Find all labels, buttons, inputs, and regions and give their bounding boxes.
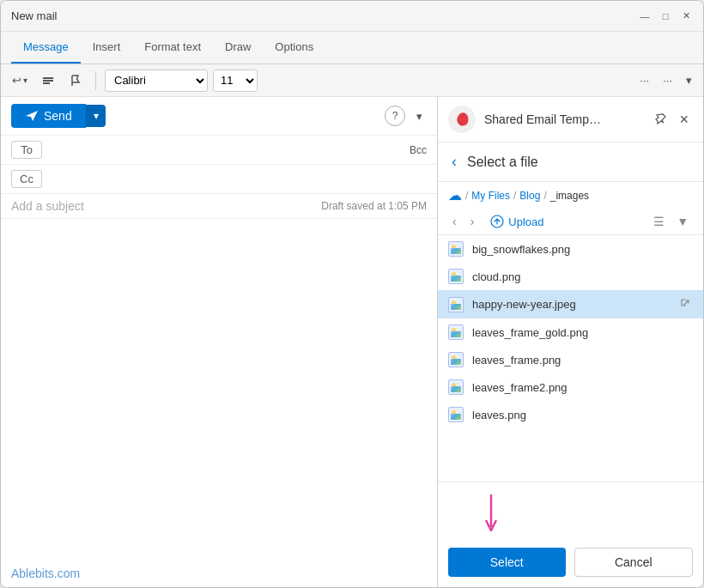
maximize-button[interactable]: □: [658, 9, 672, 23]
more-options-2[interactable]: ···: [658, 71, 677, 89]
help-button[interactable]: ?: [385, 106, 405, 126]
tab-bar: Message Insert Format text Draw Options: [1, 32, 703, 64]
tab-options[interactable]: Options: [263, 32, 325, 64]
to-field: To Bcc: [1, 136, 437, 165]
subject-placeholder: Add a subject: [11, 199, 84, 213]
draft-saved: Draft saved at 1:05 PM: [321, 200, 427, 212]
file-icon: [448, 379, 464, 395]
main-content: Send ▾ ? ▾ To Bcc Cc: [1, 97, 703, 587]
bcc-link[interactable]: Bcc: [410, 144, 427, 156]
file-name: cloud.png: [472, 270, 693, 283]
to-label: To: [11, 141, 42, 159]
file-item[interactable]: leaves_frame2.png: [438, 373, 703, 401]
file-icon: [448, 407, 464, 422]
file-name: leaves_frame.png: [472, 354, 693, 367]
svg-rect-0: [43, 77, 53, 79]
file-icon: [448, 241, 464, 257]
file-name: happy-new-year.jpeg: [472, 298, 671, 311]
file-list: big_snowflakes.png cloud.png happy-new-y…: [438, 235, 703, 482]
send-toolbar: Send ▾ ? ▾: [1, 97, 437, 136]
panel-footer: Select Cancel: [438, 482, 703, 587]
ablebits-branding: Ablebits.com: [1, 560, 437, 587]
title-bar: New mail — □ ✕: [1, 1, 703, 32]
file-icon: [448, 297, 464, 312]
panel-header-buttons: ✕: [652, 111, 693, 129]
nav-bar: ‹ › Upload ☰ ▼: [438, 209, 703, 235]
select-file-title: Select a file: [467, 155, 538, 170]
tab-insert[interactable]: Insert: [81, 32, 133, 64]
more-options-1[interactable]: ···: [635, 71, 653, 89]
file-item[interactable]: big_snowflakes.png: [438, 235, 703, 263]
panel-header: Shared Email Temp… ✕: [438, 97, 703, 142]
send-toolbar-right: ? ▾: [385, 106, 427, 126]
nav-bar-right: ☰ ▼: [649, 212, 693, 231]
cc-field: Cc: [1, 165, 437, 194]
file-name: leaves.png: [472, 409, 693, 421]
cloud-icon: ☁: [448, 187, 462, 203]
cc-input[interactable]: [42, 173, 427, 185]
send-button[interactable]: Send: [11, 104, 86, 128]
file-name: big_snowflakes.png: [472, 243, 693, 256]
breadcrumb-my-files[interactable]: My Files: [471, 190, 510, 202]
svg-rect-1: [43, 80, 53, 82]
compose-area: Send ▾ ? ▾ To Bcc Cc: [1, 97, 437, 587]
flag-button[interactable]: [64, 71, 87, 90]
window-title: New mail: [11, 9, 57, 22]
pink-arrow-icon: [482, 493, 500, 539]
file-name: leaves_frame2.png: [472, 381, 693, 394]
file-item[interactable]: leaves.png: [438, 401, 703, 428]
main-window: New mail — □ ✕ Message Insert Format tex…: [0, 0, 704, 588]
upload-label: Upload: [508, 215, 543, 228]
close-button[interactable]: ✕: [679, 9, 693, 23]
file-item-selected[interactable]: happy-new-year.jpeg: [438, 290, 703, 318]
nav-back-button[interactable]: ‹: [448, 212, 461, 231]
collapse-button[interactable]: ▾: [682, 71, 696, 89]
file-link-icon: [679, 296, 693, 312]
tab-message[interactable]: Message: [11, 32, 81, 64]
nav-forward-button[interactable]: ›: [466, 212, 479, 231]
breadcrumb-blog[interactable]: Blog: [519, 190, 540, 202]
font-family-select[interactable]: Calibri Arial Times New Roman: [105, 70, 208, 92]
select-file-button[interactable]: Select: [448, 548, 566, 577]
cancel-button[interactable]: Cancel: [574, 548, 694, 577]
view-options-button[interactable]: ▼: [672, 212, 693, 231]
tab-draw[interactable]: Draw: [213, 32, 263, 64]
file-icon: [448, 352, 464, 367]
breadcrumb-images: _images: [550, 190, 589, 202]
subject-row: Add a subject Draft saved at 1:05 PM: [1, 194, 437, 219]
to-input[interactable]: [42, 143, 410, 156]
cc-label: Cc: [11, 170, 42, 188]
file-icon: [448, 269, 464, 284]
send-dropdown-button[interactable]: ▾: [86, 105, 106, 127]
file-icon: [448, 324, 464, 340]
tab-format-text[interactable]: Format text: [132, 32, 213, 64]
breadcrumb: ☁ / My Files / Blog / _images: [438, 182, 703, 209]
compose-body[interactable]: [1, 219, 437, 560]
panel-pin-button[interactable]: [652, 111, 671, 129]
footer-buttons: Select Cancel: [448, 548, 693, 577]
list-view-button[interactable]: ☰: [649, 212, 669, 231]
font-size-select[interactable]: 11 10 12 14: [213, 70, 258, 92]
minimize-button[interactable]: —: [638, 9, 652, 23]
send-btn-group: Send ▾: [11, 104, 106, 128]
file-item[interactable]: cloud.png: [438, 263, 703, 290]
file-item[interactable]: leaves_frame_gold.png: [438, 318, 703, 346]
upload-button[interactable]: Upload: [483, 212, 550, 231]
svg-rect-2: [43, 82, 50, 84]
expand-button[interactable]: ▾: [412, 107, 427, 125]
file-item[interactable]: leaves_frame.png: [438, 346, 703, 373]
panel-title: Shared Email Temp…: [484, 112, 643, 126]
panel-close-button[interactable]: ✕: [676, 111, 693, 128]
back-button[interactable]: ‹: [448, 151, 460, 173]
file-name: leaves_frame_gold.png: [472, 326, 693, 339]
format-button[interactable]: [37, 71, 59, 90]
panel-logo-icon: [448, 106, 476, 133]
window-controls: — □ ✕: [638, 9, 693, 23]
side-panel: Shared Email Temp… ✕ ‹ Select a file ☁: [437, 97, 703, 587]
toolbar-separator: [95, 71, 96, 90]
select-file-bar: ‹ Select a file: [438, 142, 703, 182]
format-toolbar: ↩ ▾ Calibri Arial Times New Roman 11 10 …: [1, 64, 703, 97]
undo-button[interactable]: ↩ ▾: [8, 71, 32, 89]
